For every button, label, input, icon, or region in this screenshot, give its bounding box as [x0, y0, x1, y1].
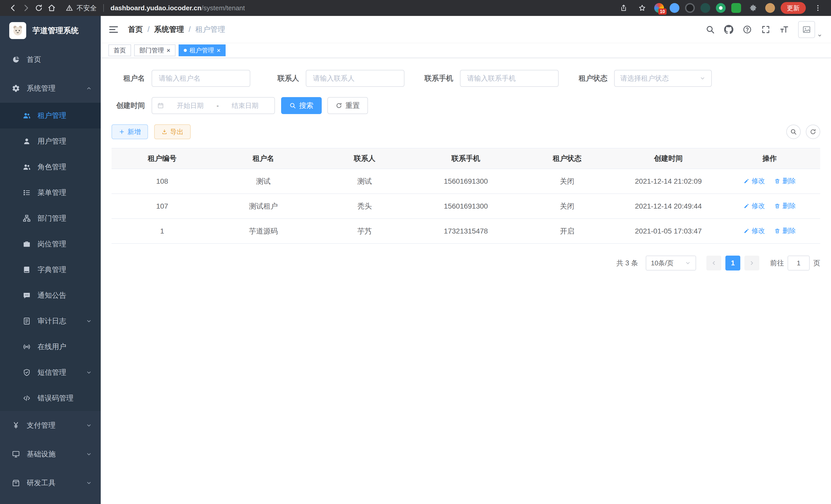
tenant-page: 租户名 联系人 联系手机 租户状态 请选择租户状态 — [101, 58, 831, 504]
gear-icon — [12, 84, 20, 92]
bookmark-star-button[interactable] — [636, 2, 649, 14]
edit-link[interactable]: 修改 — [743, 201, 765, 210]
sidebar-item-post[interactable]: 岗位管理 — [0, 231, 101, 257]
page-size-label: 10条/页 — [651, 259, 674, 268]
sidebar-item-label: 部门管理 — [37, 213, 66, 223]
profile-avatar[interactable] — [765, 3, 775, 13]
app-title: 芋道管理系统 — [32, 25, 79, 36]
tab-tenant[interactable]: 租户管理 — [179, 45, 226, 56]
sidebar-item-tenant[interactable]: 租户管理 — [0, 103, 101, 128]
phone-input[interactable] — [460, 70, 558, 87]
sidebar-item-menu[interactable]: 菜单管理 — [0, 180, 101, 206]
extension-icon-2[interactable] — [670, 3, 679, 13]
extension-icon-5[interactable] — [716, 3, 726, 13]
delete-link[interactable]: 删除 — [774, 176, 796, 185]
users-icon — [23, 112, 31, 120]
extension-icon-1[interactable]: 10 — [654, 3, 664, 13]
extension-icon-4[interactable] — [700, 3, 710, 13]
tab-label: 部门管理 — [139, 46, 164, 55]
sidebar-item-role[interactable]: 角色管理 — [0, 154, 101, 180]
sidebar-item-sms[interactable]: 短信管理 — [0, 360, 101, 385]
page-size-select[interactable]: 10条/页 — [646, 256, 696, 270]
page-number-1[interactable]: 1 — [725, 256, 740, 270]
tags-view: 首页 部门管理 租户管理 — [101, 43, 831, 58]
user-avatar-dropdown[interactable] — [798, 21, 822, 38]
date-range-picker[interactable]: 开始日期 - 结束日期 — [152, 97, 275, 114]
browser-forward-button[interactable] — [20, 2, 32, 14]
cell-tenant-id: 108 — [112, 169, 213, 194]
breadcrumb-separator: / — [147, 25, 149, 34]
edit-link[interactable]: 修改 — [743, 176, 765, 185]
sidebar-item-error-code[interactable]: 错误码管理 — [0, 385, 101, 411]
delete-link[interactable]: 删除 — [774, 226, 796, 235]
share-button[interactable] — [617, 2, 630, 14]
add-button[interactable]: 新增 — [112, 124, 148, 139]
url-text: dashboard.yudao.iocoder.cn/system/tenant — [111, 4, 245, 12]
refresh-icon — [810, 128, 816, 135]
date-end-placeholder: 结束日期 — [221, 101, 269, 110]
github-icon[interactable] — [724, 25, 733, 34]
sidebar-group-infra[interactable]: 基础设施 — [0, 440, 101, 469]
export-button-label: 导出 — [170, 127, 183, 137]
tab-dept[interactable]: 部门管理 — [134, 45, 175, 56]
refresh-table-button[interactable] — [806, 125, 820, 139]
message-icon — [23, 291, 31, 299]
search-icon — [790, 128, 797, 135]
filter-create-time: 创建时间 开始日期 - 结束日期 — [112, 97, 275, 114]
header-search-icon[interactable] — [706, 25, 715, 34]
delete-link[interactable]: 删除 — [774, 201, 796, 210]
filter-phone: 联系手机 — [420, 70, 558, 87]
browser-back-button[interactable] — [7, 2, 20, 14]
breadcrumb-home[interactable]: 首页 — [128, 24, 143, 35]
plus-icon — [119, 129, 125, 135]
breadcrumb: 首页 / 系统管理 / 租户管理 — [128, 24, 225, 35]
browser-address-bar[interactable]: 不安全 dashboard.yudao.iocoder.cn/system/te… — [66, 4, 617, 12]
sidebar-item-user[interactable]: 用户管理 — [0, 128, 101, 154]
breadcrumb-current: 租户管理 — [195, 24, 225, 35]
sidebar-item-home[interactable]: 首页 — [0, 45, 101, 74]
extension-icon-6[interactable] — [731, 3, 741, 13]
fullscreen-icon[interactable] — [761, 25, 770, 34]
browser-reload-button[interactable] — [32, 2, 45, 14]
browser-home-button[interactable] — [45, 2, 58, 14]
help-icon[interactable] — [743, 25, 752, 34]
contact-input[interactable] — [306, 70, 404, 87]
date-start-placeholder: 开始日期 — [166, 101, 214, 110]
calendar-icon — [157, 102, 164, 109]
extension-icon-3[interactable] — [685, 3, 695, 13]
breadcrumb-separator: / — [189, 25, 191, 34]
reset-button[interactable]: 重置 — [327, 97, 368, 114]
sidebar-item-dict[interactable]: 字典管理 — [0, 257, 101, 283]
status-select[interactable]: 请选择租户状态 — [614, 70, 712, 87]
breadcrumb-system[interactable]: 系统管理 — [154, 24, 184, 35]
tab-close-icon[interactable] — [167, 47, 170, 54]
toggle-search-button[interactable] — [786, 125, 801, 139]
sidebar-item-dept[interactable]: 部门管理 — [0, 206, 101, 231]
browser-update-button[interactable]: 更新 — [781, 2, 806, 14]
app-logo[interactable]: 芋道管理系统 — [0, 16, 101, 45]
sidebar-item-audit-log[interactable]: 审计日志 — [0, 308, 101, 334]
goto-page-input[interactable] — [787, 256, 810, 270]
sidebar-item-notice[interactable]: 通知公告 — [0, 283, 101, 308]
export-button[interactable]: 导出 — [154, 124, 191, 139]
tab-close-icon[interactable] — [217, 47, 221, 54]
font-size-icon[interactable] — [780, 25, 789, 34]
trash-icon — [774, 228, 780, 234]
sidebar-toggle-button[interactable] — [101, 16, 126, 43]
next-page-button[interactable] — [744, 256, 759, 270]
sidebar-item-label: 错误码管理 — [37, 393, 74, 403]
sidebar-group-devtools[interactable]: 研发工具 — [0, 469, 101, 497]
toolbox-icon — [12, 479, 20, 487]
prev-page-button[interactable] — [706, 256, 721, 270]
col-tenant-id: 租户编号 — [112, 148, 213, 169]
sidebar-group-payment[interactable]: 支付管理 — [0, 411, 101, 440]
edit-link[interactable]: 修改 — [743, 226, 765, 235]
edit-label: 修改 — [752, 226, 765, 235]
sidebar-group-system[interactable]: 系统管理 — [0, 74, 101, 103]
tenant-name-input[interactable] — [152, 70, 250, 87]
sidebar-item-online-user[interactable]: 在线用户 — [0, 334, 101, 360]
tab-home[interactable]: 首页 — [109, 45, 131, 56]
browser-menu-kebab-icon[interactable] — [811, 2, 824, 14]
extensions-puzzle-icon[interactable] — [747, 2, 760, 14]
search-button[interactable]: 搜索 — [281, 97, 322, 114]
